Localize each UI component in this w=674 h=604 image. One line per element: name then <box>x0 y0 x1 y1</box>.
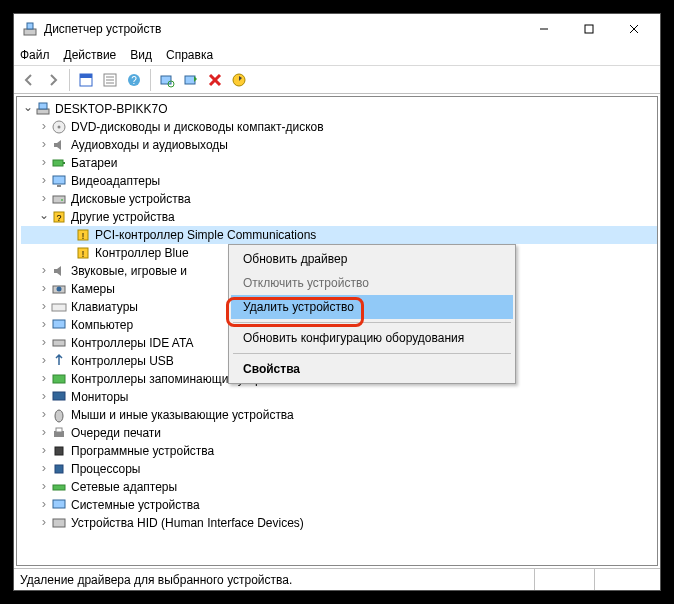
minimize-button[interactable] <box>521 15 566 43</box>
tree-node-video[interactable]: Видеоадаптеры <box>21 172 657 190</box>
unknown-device-icon: ! <box>75 227 91 243</box>
node-label: Клавиатуры <box>71 298 138 316</box>
node-label: Процессоры <box>71 460 141 478</box>
menu-help[interactable]: Справка <box>166 48 213 62</box>
svg-rect-3 <box>585 25 593 33</box>
tree-node-system[interactable]: Системные устройства <box>21 496 657 514</box>
node-label: Контроллер Blue <box>95 244 189 262</box>
scan-hardware-button[interactable] <box>156 69 178 91</box>
title-bar: Диспетчер устройств <box>14 14 660 44</box>
node-label: Контроллеры IDE ATA <box>71 334 193 352</box>
unknown-device-icon: ? <box>51 209 67 225</box>
node-label: Системные устройства <box>71 496 200 514</box>
node-label: Программные устройства <box>71 442 214 460</box>
svg-text:?: ? <box>56 213 61 223</box>
node-label: Дисковые устройства <box>71 190 191 208</box>
cpu-icon <box>51 461 67 477</box>
context-menu: Обновить драйвер Отключить устройство Уд… <box>228 244 516 384</box>
node-label: Контроллеры USB <box>71 352 174 370</box>
controller-icon <box>51 335 67 351</box>
tree-node-pci-controller[interactable]: !PCI-контроллер Simple Communications <box>21 226 657 244</box>
help-button[interactable]: ? <box>123 69 145 91</box>
unknown-device-icon: ! <box>75 245 91 261</box>
properties-button[interactable] <box>99 69 121 91</box>
node-label: Видеоадаптеры <box>71 172 160 190</box>
mouse-icon <box>51 407 67 423</box>
battery-icon <box>51 155 67 171</box>
tree-node-printq[interactable]: Очереди печати <box>21 424 657 442</box>
monitor-icon <box>51 389 67 405</box>
svg-text:!: ! <box>82 249 85 259</box>
node-label: PCI-контроллер Simple Communications <box>95 226 316 244</box>
ctx-update-driver[interactable]: Обновить драйвер <box>231 247 513 271</box>
window-title: Диспетчер устройств <box>44 22 521 36</box>
tree-node-disk[interactable]: Дисковые устройства <box>21 190 657 208</box>
node-label: DVD-дисководы и дисководы компакт-дисков <box>71 118 324 136</box>
speaker-icon <box>51 137 67 153</box>
node-label: DESKTOP-BPIKK7O <box>55 100 167 118</box>
ctx-disable-device[interactable]: Отключить устройство <box>231 271 513 295</box>
tree-node-audio[interactable]: Аудиовходы и аудиовыходы <box>21 136 657 154</box>
menu-action[interactable]: Действие <box>64 48 117 62</box>
tree-node-dvd[interactable]: DVD-дисководы и дисководы компакт-дисков <box>21 118 657 136</box>
close-button[interactable] <box>611 15 656 43</box>
svg-rect-50 <box>53 519 65 527</box>
ctx-separator <box>233 322 511 323</box>
ctx-remove-device[interactable]: Удалить устройство <box>231 295 513 319</box>
disc-icon <box>51 119 67 135</box>
ctx-rescan[interactable]: Обновить конфигурацию оборудования <box>231 326 513 350</box>
tree-node-other[interactable]: ?Другие устройства <box>21 208 657 226</box>
tree-node-battery[interactable]: Батареи <box>21 154 657 172</box>
menu-file[interactable]: Файл <box>20 48 50 62</box>
node-label: Мыши и иные указывающие устройства <box>71 406 294 424</box>
maximize-button[interactable] <box>566 15 611 43</box>
svg-point-23 <box>58 126 61 129</box>
tree-node-mouse[interactable]: Мыши и иные указывающие устройства <box>21 406 657 424</box>
tree-node-net[interactable]: Сетевые адаптеры <box>21 478 657 496</box>
show-hidden-button[interactable] <box>75 69 97 91</box>
svg-rect-38 <box>52 304 66 311</box>
svg-rect-21 <box>39 103 47 109</box>
computer-icon <box>35 101 51 117</box>
usb-icon <box>51 353 67 369</box>
printer-icon <box>51 425 67 441</box>
tree-node-cpu[interactable]: Процессоры <box>21 460 657 478</box>
tree-node-monitor[interactable]: Мониторы <box>21 388 657 406</box>
back-button[interactable] <box>18 69 40 91</box>
svg-rect-26 <box>53 176 65 184</box>
status-bar: Удаление драйвера для выбранного устройс… <box>14 568 660 590</box>
menu-bar: Файл Действие Вид Справка <box>14 44 660 66</box>
keyboard-icon <box>51 299 67 315</box>
storage-icon <box>51 371 67 387</box>
node-label: Очереди печати <box>71 424 161 442</box>
forward-button[interactable] <box>42 69 64 91</box>
chip-icon <box>51 443 67 459</box>
node-label: Камеры <box>71 280 115 298</box>
svg-point-37 <box>57 287 62 292</box>
svg-rect-41 <box>53 375 65 383</box>
menu-view[interactable]: Вид <box>130 48 152 62</box>
svg-rect-42 <box>53 392 65 400</box>
hid-icon <box>51 515 67 531</box>
tree-node-hid[interactable]: Устройства HID (Human Interface Devices) <box>21 514 657 532</box>
svg-rect-0 <box>24 29 36 35</box>
ctx-separator <box>233 353 511 354</box>
svg-rect-39 <box>53 320 65 328</box>
app-icon <box>22 21 38 37</box>
svg-rect-14 <box>161 76 171 84</box>
svg-rect-25 <box>63 162 65 164</box>
speaker-icon <box>51 263 67 279</box>
update-driver-button[interactable] <box>180 69 202 91</box>
uninstall-button[interactable] <box>204 69 226 91</box>
svg-point-43 <box>55 410 63 422</box>
node-label: Компьютер <box>71 316 133 334</box>
svg-rect-49 <box>53 500 65 508</box>
svg-rect-40 <box>53 340 65 346</box>
svg-rect-7 <box>80 74 92 78</box>
tree-node-software[interactable]: Программные устройства <box>21 442 657 460</box>
ctx-properties[interactable]: Свойства <box>231 357 513 381</box>
toolbar: ? <box>14 66 660 94</box>
disable-button[interactable] <box>228 69 250 91</box>
tree-root[interactable]: DESKTOP-BPIKK7O <box>21 100 657 118</box>
node-label: Сетевые адаптеры <box>71 478 177 496</box>
